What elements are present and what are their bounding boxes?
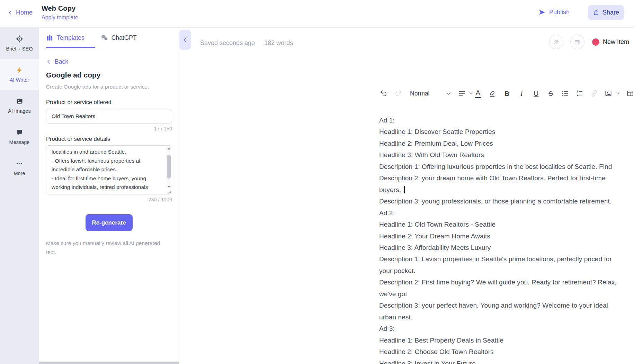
back-label: Back: [55, 58, 68, 65]
scrollbar-up-button[interactable]: [166, 146, 171, 151]
bullet-list-button[interactable]: [561, 89, 569, 98]
editor-paragraph[interactable]: Description 3: your perfect haven. Young…: [379, 300, 620, 323]
editor-paragraph[interactable]: Ad 3:: [379, 323, 620, 334]
text-color-glyph: A: [475, 89, 481, 98]
editor-paragraph[interactable]: Headline 1: Old Town Realtors - Seattle: [379, 219, 620, 230]
nav-item-more[interactable]: More: [0, 152, 39, 183]
invite-collaborator-button[interactable]: [549, 35, 563, 49]
editor-paragraph[interactable]: Headline 1: Discover Seattle Properties: [379, 126, 620, 137]
tab-label: Templates: [57, 34, 84, 42]
share-icon: [593, 9, 599, 16]
undo-button[interactable]: [379, 89, 388, 98]
schedule-button[interactable]: [570, 35, 584, 49]
paragraph-style-dropdown[interactable]: Normal: [410, 90, 451, 97]
collapse-panel-button[interactable]: [179, 30, 191, 50]
templates-panel: Templates ChatGPT Back Google ad copy Cr…: [39, 28, 179, 364]
editor-paragraph[interactable]: Headline 3: With Old Town Realtors: [379, 149, 620, 161]
top-header: Home Web Copy Apply template Publish Sha…: [0, 0, 634, 28]
editor-paragraph[interactable]: Headline 2: Choose Old Town Realtors: [379, 346, 620, 357]
scrollbar-thumb[interactable]: [167, 155, 171, 179]
text-color-button[interactable]: A: [474, 89, 482, 98]
link-icon: [590, 90, 598, 97]
numbered-list-button[interactable]: [575, 89, 584, 98]
link-button[interactable]: [590, 89, 598, 98]
nav-label: Brief + SEO: [6, 46, 33, 52]
align-dropdown[interactable]: [458, 90, 474, 97]
editor-paragraph[interactable]: Headline 1: Best Property Deals in Seatt…: [379, 335, 620, 346]
editor-paragraph[interactable]: Description 1: Offering luxurious proper…: [379, 161, 620, 172]
regenerate-button[interactable]: Re-generate: [86, 214, 133, 231]
nav-item-message[interactable]: Message: [0, 121, 39, 152]
details-textarea[interactable]: localities in and around Seattle. - Offe…: [46, 145, 172, 194]
insert-table-dropdown[interactable]: [626, 90, 634, 97]
tab-templates[interactable]: Templates: [46, 34, 84, 42]
editor-area: Saved seconds ago 182 words New Item: [179, 28, 634, 364]
editor-paragraph[interactable]: Headline 3: Affordability Meets Luxury: [379, 242, 620, 253]
presence-row: New Item: [549, 35, 629, 49]
share-label: Share: [602, 9, 619, 16]
word-count: 182 words: [264, 39, 293, 47]
editor-paragraph[interactable]: Headline 3: Invest in Your Future: [379, 358, 620, 364]
tab-chatgpt[interactable]: ChatGPT: [100, 34, 137, 42]
textarea-scrollbar: [166, 146, 171, 189]
send-icon: [538, 9, 546, 16]
editor-content[interactable]: Ad 1:Headline 1: Discover Seattle Proper…: [379, 115, 620, 364]
numbered-list-icon: [576, 90, 583, 97]
apply-template-link[interactable]: Apply template: [42, 15, 78, 21]
home-link[interactable]: Home: [8, 9, 33, 16]
insert-image-dropdown[interactable]: [605, 90, 620, 97]
underline-button[interactable]: U: [532, 89, 540, 98]
nav-item-ai-images[interactable]: AI Images: [0, 90, 39, 121]
editor-paragraph[interactable]: Description 1: Lavish properties in Seat…: [379, 253, 620, 276]
resize-handle[interactable]: [168, 190, 171, 194]
nav-item-brief-seo[interactable]: Brief + SEO: [0, 28, 39, 59]
chevron-down-icon: [469, 91, 474, 96]
bold-button[interactable]: B: [503, 89, 511, 98]
publish-label: Publish: [549, 9, 570, 16]
italic-button[interactable]: I: [517, 89, 526, 98]
panel-horizontal-scrollbar[interactable]: [39, 362, 179, 364]
add-person-icon: [552, 38, 560, 46]
editor-paragraph[interactable]: Ad 1:: [379, 115, 620, 126]
publish-button[interactable]: Publish: [538, 9, 570, 16]
highlighter-icon: [489, 90, 496, 97]
crosshair-icon: [16, 35, 24, 43]
share-button[interactable]: Share: [588, 5, 624, 20]
text-cursor: [404, 186, 405, 193]
editor-paragraph[interactable]: Description 2: your dream home with Old …: [379, 172, 620, 195]
ellipsis-icon: [16, 160, 23, 167]
highlight-button[interactable]: [488, 89, 497, 98]
chevron-down-icon: [615, 91, 620, 96]
paragraph-style-value: Normal: [410, 90, 429, 97]
templates-icon: [46, 34, 53, 42]
editor-paragraph[interactable]: Ad 2:: [379, 207, 620, 219]
title-block: Web Copy Apply template: [42, 4, 78, 21]
product-input[interactable]: [46, 109, 172, 124]
nav-label: More: [14, 171, 25, 176]
nav-item-ai-writer[interactable]: AI Writer: [0, 59, 39, 90]
chevron-left-icon: [46, 60, 51, 64]
insert-image-icon: [605, 90, 612, 97]
left-nav-rail: Brief + SEO AI Writer AI Images Message …: [0, 28, 39, 364]
editor-paragraph[interactable]: Headline 2: Your Dream Home Awaits: [379, 230, 620, 242]
new-item-label: New Item: [603, 38, 629, 46]
template-description: Create Google ads for a product or servi…: [46, 84, 172, 90]
editor-paragraph[interactable]: Description 2: First time buying? We wil…: [379, 276, 620, 300]
new-item-dot: [592, 38, 599, 46]
insert-table-icon: [626, 90, 634, 97]
new-item-indicator[interactable]: New Item: [592, 38, 629, 46]
add-calendar-icon: [573, 38, 581, 46]
message-icon: [16, 129, 23, 136]
editor-paragraph[interactable]: Headline 2: Premium Deal, Low Prices: [379, 138, 620, 149]
back-button[interactable]: Back: [46, 58, 172, 65]
redo-button[interactable]: [394, 89, 402, 98]
strikethrough-button[interactable]: S: [546, 89, 555, 98]
editor-paragraph[interactable]: Description 3: young professionals, or t…: [379, 195, 620, 207]
bullet-list-icon: [561, 90, 569, 97]
scrollbar-down-button[interactable]: [166, 184, 171, 189]
details-char-count: 230 / 1000: [46, 197, 172, 202]
chevron-left-icon: [8, 10, 13, 15]
details-text[interactable]: localities in and around Seattle. - Offe…: [46, 146, 166, 194]
editor-status-row: Saved seconds ago 182 words: [200, 39, 293, 47]
details-field-label: Product or service details: [46, 136, 172, 142]
